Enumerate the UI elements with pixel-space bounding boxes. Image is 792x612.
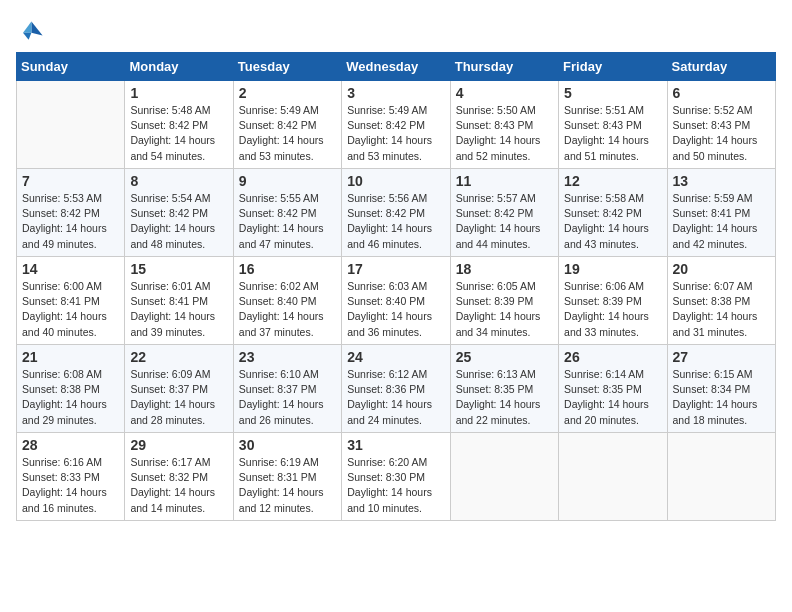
calendar-cell: 4Sunrise: 5:50 AMSunset: 8:43 PMDaylight… [450,81,558,169]
calendar-cell: 21Sunrise: 6:08 AMSunset: 8:38 PMDayligh… [17,345,125,433]
calendar-cell: 18Sunrise: 6:05 AMSunset: 8:39 PMDayligh… [450,257,558,345]
day-number: 9 [239,173,336,189]
cell-info: Sunrise: 5:48 AMSunset: 8:42 PMDaylight:… [130,103,227,164]
calendar-cell: 20Sunrise: 6:07 AMSunset: 8:38 PMDayligh… [667,257,775,345]
cell-info: Sunrise: 6:00 AMSunset: 8:41 PMDaylight:… [22,279,119,340]
day-header-saturday: Saturday [667,53,775,81]
cell-info: Sunrise: 6:07 AMSunset: 8:38 PMDaylight:… [673,279,770,340]
svg-marker-2 [23,33,31,40]
cell-info: Sunrise: 5:49 AMSunset: 8:42 PMDaylight:… [239,103,336,164]
calendar-cell: 9Sunrise: 5:55 AMSunset: 8:42 PMDaylight… [233,169,341,257]
days-header-row: SundayMondayTuesdayWednesdayThursdayFrid… [17,53,776,81]
calendar-cell: 3Sunrise: 5:49 AMSunset: 8:42 PMDaylight… [342,81,450,169]
day-header-tuesday: Tuesday [233,53,341,81]
cell-info: Sunrise: 5:55 AMSunset: 8:42 PMDaylight:… [239,191,336,252]
svg-marker-1 [23,22,31,33]
cell-info: Sunrise: 6:05 AMSunset: 8:39 PMDaylight:… [456,279,553,340]
day-header-sunday: Sunday [17,53,125,81]
calendar-cell: 29Sunrise: 6:17 AMSunset: 8:32 PMDayligh… [125,433,233,521]
logo [16,16,48,44]
calendar-cell: 14Sunrise: 6:00 AMSunset: 8:41 PMDayligh… [17,257,125,345]
cell-info: Sunrise: 5:52 AMSunset: 8:43 PMDaylight:… [673,103,770,164]
calendar-cell: 6Sunrise: 5:52 AMSunset: 8:43 PMDaylight… [667,81,775,169]
cell-info: Sunrise: 6:06 AMSunset: 8:39 PMDaylight:… [564,279,661,340]
day-number: 20 [673,261,770,277]
calendar-cell: 24Sunrise: 6:12 AMSunset: 8:36 PMDayligh… [342,345,450,433]
cell-info: Sunrise: 6:16 AMSunset: 8:33 PMDaylight:… [22,455,119,516]
day-number: 18 [456,261,553,277]
calendar-cell: 22Sunrise: 6:09 AMSunset: 8:37 PMDayligh… [125,345,233,433]
calendar-cell: 17Sunrise: 6:03 AMSunset: 8:40 PMDayligh… [342,257,450,345]
day-number: 26 [564,349,661,365]
cell-info: Sunrise: 5:59 AMSunset: 8:41 PMDaylight:… [673,191,770,252]
cell-info: Sunrise: 5:54 AMSunset: 8:42 PMDaylight:… [130,191,227,252]
cell-info: Sunrise: 6:08 AMSunset: 8:38 PMDaylight:… [22,367,119,428]
cell-info: Sunrise: 6:10 AMSunset: 8:37 PMDaylight:… [239,367,336,428]
cell-info: Sunrise: 5:53 AMSunset: 8:42 PMDaylight:… [22,191,119,252]
cell-info: Sunrise: 5:56 AMSunset: 8:42 PMDaylight:… [347,191,444,252]
calendar-cell: 11Sunrise: 5:57 AMSunset: 8:42 PMDayligh… [450,169,558,257]
week-row-1: 1Sunrise: 5:48 AMSunset: 8:42 PMDaylight… [17,81,776,169]
cell-info: Sunrise: 6:20 AMSunset: 8:30 PMDaylight:… [347,455,444,516]
day-header-friday: Friday [559,53,667,81]
day-number: 17 [347,261,444,277]
day-number: 10 [347,173,444,189]
calendar-cell: 31Sunrise: 6:20 AMSunset: 8:30 PMDayligh… [342,433,450,521]
cell-info: Sunrise: 5:50 AMSunset: 8:43 PMDaylight:… [456,103,553,164]
day-number: 24 [347,349,444,365]
day-number: 6 [673,85,770,101]
calendar-cell: 28Sunrise: 6:16 AMSunset: 8:33 PMDayligh… [17,433,125,521]
calendar-cell: 2Sunrise: 5:49 AMSunset: 8:42 PMDaylight… [233,81,341,169]
day-header-monday: Monday [125,53,233,81]
cell-info: Sunrise: 5:49 AMSunset: 8:42 PMDaylight:… [347,103,444,164]
day-number: 30 [239,437,336,453]
calendar-cell: 15Sunrise: 6:01 AMSunset: 8:41 PMDayligh… [125,257,233,345]
cell-info: Sunrise: 5:58 AMSunset: 8:42 PMDaylight:… [564,191,661,252]
cell-info: Sunrise: 6:17 AMSunset: 8:32 PMDaylight:… [130,455,227,516]
cell-info: Sunrise: 6:02 AMSunset: 8:40 PMDaylight:… [239,279,336,340]
week-row-3: 14Sunrise: 6:00 AMSunset: 8:41 PMDayligh… [17,257,776,345]
week-row-5: 28Sunrise: 6:16 AMSunset: 8:33 PMDayligh… [17,433,776,521]
day-number: 13 [673,173,770,189]
day-header-thursday: Thursday [450,53,558,81]
calendar-cell [559,433,667,521]
calendar-cell: 16Sunrise: 6:02 AMSunset: 8:40 PMDayligh… [233,257,341,345]
day-number: 12 [564,173,661,189]
day-number: 31 [347,437,444,453]
page-header [16,16,776,44]
svg-marker-0 [31,22,42,36]
calendar-cell: 13Sunrise: 5:59 AMSunset: 8:41 PMDayligh… [667,169,775,257]
calendar-cell: 8Sunrise: 5:54 AMSunset: 8:42 PMDaylight… [125,169,233,257]
calendar-cell [17,81,125,169]
week-row-2: 7Sunrise: 5:53 AMSunset: 8:42 PMDaylight… [17,169,776,257]
day-number: 2 [239,85,336,101]
day-number: 8 [130,173,227,189]
cell-info: Sunrise: 6:15 AMSunset: 8:34 PMDaylight:… [673,367,770,428]
calendar-cell: 5Sunrise: 5:51 AMSunset: 8:43 PMDaylight… [559,81,667,169]
day-number: 28 [22,437,119,453]
calendar-cell: 10Sunrise: 5:56 AMSunset: 8:42 PMDayligh… [342,169,450,257]
logo-icon [16,16,44,44]
calendar-cell: 26Sunrise: 6:14 AMSunset: 8:35 PMDayligh… [559,345,667,433]
calendar-table: SundayMondayTuesdayWednesdayThursdayFrid… [16,52,776,521]
cell-info: Sunrise: 6:01 AMSunset: 8:41 PMDaylight:… [130,279,227,340]
calendar-cell: 27Sunrise: 6:15 AMSunset: 8:34 PMDayligh… [667,345,775,433]
day-number: 3 [347,85,444,101]
cell-info: Sunrise: 6:14 AMSunset: 8:35 PMDaylight:… [564,367,661,428]
week-row-4: 21Sunrise: 6:08 AMSunset: 8:38 PMDayligh… [17,345,776,433]
day-number: 14 [22,261,119,277]
calendar-cell [450,433,558,521]
day-number: 16 [239,261,336,277]
cell-info: Sunrise: 6:13 AMSunset: 8:35 PMDaylight:… [456,367,553,428]
day-number: 7 [22,173,119,189]
day-number: 11 [456,173,553,189]
day-number: 29 [130,437,227,453]
calendar-cell: 23Sunrise: 6:10 AMSunset: 8:37 PMDayligh… [233,345,341,433]
day-number: 19 [564,261,661,277]
cell-info: Sunrise: 5:51 AMSunset: 8:43 PMDaylight:… [564,103,661,164]
calendar-cell: 1Sunrise: 5:48 AMSunset: 8:42 PMDaylight… [125,81,233,169]
day-number: 5 [564,85,661,101]
cell-info: Sunrise: 6:03 AMSunset: 8:40 PMDaylight:… [347,279,444,340]
calendar-cell: 12Sunrise: 5:58 AMSunset: 8:42 PMDayligh… [559,169,667,257]
day-number: 23 [239,349,336,365]
